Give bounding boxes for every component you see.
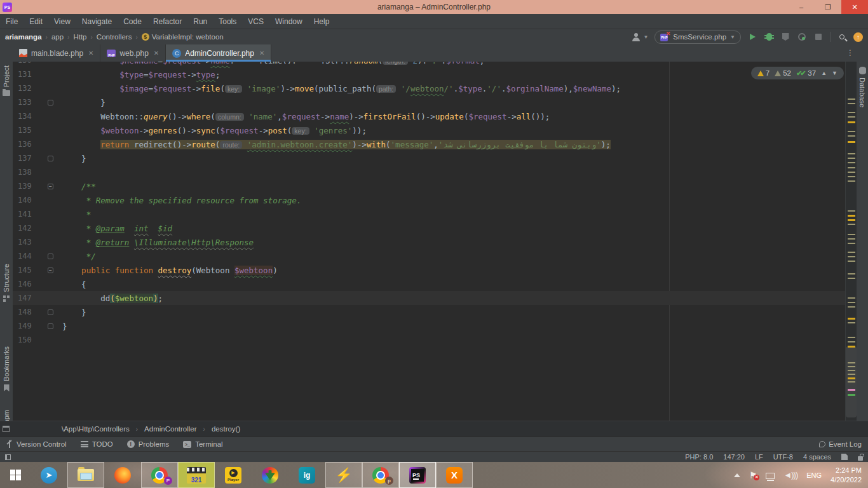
maximize-button[interactable]: ❐ bbox=[815, 0, 841, 14]
taskbar-igdm[interactable]: ig bbox=[288, 462, 325, 488]
stripe-mark[interactable] bbox=[848, 121, 855, 123]
code-line[interactable]: 138 bbox=[13, 165, 845, 179]
php-version[interactable]: PHP: 8.0 bbox=[685, 453, 713, 461]
stripe-mark[interactable] bbox=[848, 341, 855, 342]
code-line[interactable]: 143 * @return \Illuminate\Http\Response bbox=[13, 235, 845, 249]
code-line[interactable]: 148 } bbox=[13, 305, 845, 319]
taskbar-idm[interactable] bbox=[252, 462, 288, 488]
clock[interactable]: 2:24 PM 4/20/2022 bbox=[831, 466, 862, 485]
stripe-mark[interactable] bbox=[848, 252, 855, 253]
code-line[interactable]: 147 dd($webtoon); bbox=[13, 291, 845, 305]
sidebar-item-database[interactable]: Database bbox=[857, 67, 868, 107]
fold-marker-icon[interactable]: − bbox=[39, 268, 62, 273]
tab-main-blade-php[interactable]: main.blade.php ✕ bbox=[13, 44, 100, 62]
stripe-mark[interactable] bbox=[848, 116, 855, 118]
sidebar-item-project[interactable]: Project bbox=[0, 65, 13, 96]
todo-button[interactable]: TODO bbox=[81, 440, 113, 448]
stripe-mark[interactable] bbox=[848, 377, 855, 379]
stripe-mark[interactable] bbox=[848, 167, 855, 168]
taskbar-xampp[interactable]: X bbox=[436, 462, 473, 488]
stripe-mark[interactable] bbox=[848, 362, 855, 363]
stop-button[interactable] bbox=[813, 32, 824, 42]
code-line[interactable]: 139− /** bbox=[13, 179, 845, 193]
breadcrumb-method[interactable]: destroy() bbox=[212, 425, 240, 433]
stripe-mark[interactable] bbox=[848, 162, 855, 163]
stripe-mark[interactable] bbox=[848, 135, 855, 137]
close-icon[interactable]: ✕ bbox=[154, 50, 159, 57]
tool-window-toggle-icon[interactable] bbox=[5, 454, 11, 460]
stripe-mark[interactable] bbox=[848, 394, 855, 396]
error-stripe-scrollbar[interactable] bbox=[845, 62, 857, 421]
volume-icon[interactable]: ◄))) bbox=[783, 470, 797, 480]
menu-view[interactable]: View bbox=[48, 14, 76, 29]
code-line[interactable]: 144 */ bbox=[13, 249, 845, 263]
sidebar-item-bookmarks[interactable]: Bookmarks bbox=[0, 346, 13, 391]
stripe-mark[interactable] bbox=[848, 261, 855, 262]
network-icon[interactable] bbox=[766, 473, 775, 479]
coverage-button[interactable] bbox=[780, 32, 790, 42]
code-line[interactable]: 149} bbox=[13, 319, 845, 333]
code-line[interactable]: 135 $webtoon->genres()->sync($request->p… bbox=[13, 123, 845, 137]
menu-code[interactable]: Code bbox=[118, 14, 147, 29]
language-indicator[interactable]: ENG bbox=[806, 471, 822, 479]
tray-chevron-up-icon[interactable] bbox=[734, 473, 740, 477]
menu-edit[interactable]: Edit bbox=[24, 14, 48, 29]
stripe-mark[interactable] bbox=[848, 243, 855, 244]
stripe-mark[interactable] bbox=[848, 374, 855, 375]
title-bar[interactable]: PS ariamanga – AdminController.php – ❐ ✕ bbox=[0, 0, 868, 14]
inspections-widget[interactable]: 7 52 ✔✔37 ▲ ▼ bbox=[751, 67, 844, 79]
stripe-mark[interactable] bbox=[848, 103, 855, 104]
breadcrumb-variable[interactable]: VariableImpl: webtoon bbox=[152, 33, 224, 41]
debug-button[interactable] bbox=[764, 32, 774, 42]
breadcrumb-controllers[interactable]: Controllers bbox=[97, 33, 132, 41]
close-button[interactable]: ✕ bbox=[841, 0, 868, 14]
code-line[interactable]: 130 $newName=$request->name.' - '.time()… bbox=[13, 62, 845, 67]
caret-position[interactable]: 147:20 bbox=[723, 453, 745, 461]
taskbar-firefox[interactable] bbox=[104, 462, 141, 488]
menu-file[interactable]: File bbox=[0, 14, 24, 29]
code-line[interactable]: 146 { bbox=[13, 277, 845, 291]
stripe-mark[interactable] bbox=[848, 234, 855, 235]
weak-warning-count[interactable]: 52 bbox=[775, 69, 791, 77]
run-button[interactable] bbox=[747, 32, 757, 42]
update-notification-button[interactable]: ↑ bbox=[853, 32, 863, 42]
stripe-mark[interactable] bbox=[848, 256, 855, 257]
stripe-mark[interactable] bbox=[848, 297, 855, 299]
problems-button[interactable]: ! Problems bbox=[127, 440, 170, 448]
stripe-mark[interactable] bbox=[848, 370, 855, 371]
fold-marker-icon[interactable] bbox=[39, 100, 62, 105]
code-line[interactable]: 142 * @param int $id bbox=[13, 221, 845, 235]
user-menu[interactable]: ▼ bbox=[632, 33, 648, 41]
stripe-mark[interactable] bbox=[848, 306, 855, 308]
stripe-mark[interactable] bbox=[848, 98, 855, 100]
menu-tools[interactable]: Tools bbox=[213, 14, 242, 29]
close-icon[interactable]: ✕ bbox=[88, 50, 93, 57]
code-line[interactable]: 133 } bbox=[13, 95, 845, 109]
code-line[interactable]: 136 return redirect()->route(route: 'adm… bbox=[13, 137, 845, 151]
stripe-mark[interactable] bbox=[848, 224, 855, 225]
tab-options-kebab-icon[interactable]: ⋮ bbox=[846, 48, 854, 57]
breadcrumb-namespace[interactable]: \App\Http\Controllers bbox=[62, 425, 130, 433]
stripe-mark[interactable] bbox=[848, 366, 855, 367]
menu-window[interactable]: Window bbox=[269, 14, 308, 29]
stripe-mark[interactable] bbox=[848, 318, 855, 320]
stripe-mark[interactable] bbox=[848, 210, 855, 212]
stripe-mark[interactable] bbox=[848, 278, 855, 279]
indent-config-icon[interactable] bbox=[841, 454, 848, 460]
fold-marker-icon[interactable] bbox=[39, 309, 62, 315]
stripe-mark[interactable] bbox=[848, 131, 855, 132]
tab-web-php[interactable]: PHP web.php ✕ bbox=[100, 44, 166, 62]
code-line[interactable]: 141 * bbox=[13, 207, 845, 221]
menu-run[interactable]: Run bbox=[187, 14, 213, 29]
search-everywhere-button[interactable] bbox=[837, 32, 847, 42]
code-line[interactable]: 137 } bbox=[13, 151, 845, 165]
unlock-icon[interactable] bbox=[858, 456, 863, 461]
stripe-mark[interactable] bbox=[848, 172, 855, 173]
code-line[interactable]: 150 bbox=[13, 333, 845, 347]
stripe-mark[interactable] bbox=[848, 238, 855, 240]
taskbar-kmplayer[interactable]: ▶ Player bbox=[215, 462, 252, 488]
stripe-mark[interactable] bbox=[848, 153, 855, 154]
stripe-mark[interactable] bbox=[848, 389, 855, 391]
next-problem-chevron-down-icon[interactable]: ▼ bbox=[832, 70, 837, 76]
menu-navigate[interactable]: Navigate bbox=[76, 14, 118, 29]
